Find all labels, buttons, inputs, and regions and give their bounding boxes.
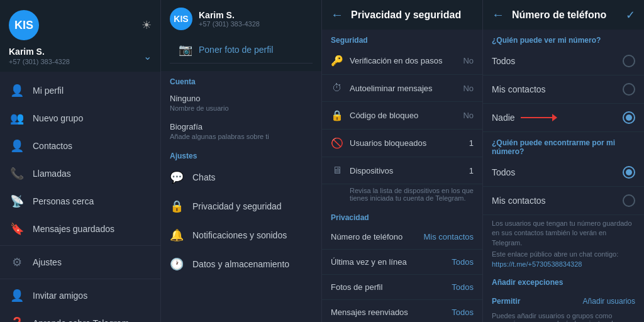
phone-privacy-name: Número de teléfono [331, 232, 402, 242]
bio-hint: Añade algunas palabras sobre ti [170, 133, 313, 140]
contacts-find-radio[interactable] [623, 194, 635, 207]
settings-item-privacy[interactable]: 🔒 Privacidad y seguridad [161, 192, 321, 221]
who-see-label: ¿Quién puede ver mi número? [483, 30, 644, 47]
todos-see-label: Todos [492, 56, 515, 66]
add-users-button[interactable]: Añadir usuarios [583, 297, 635, 306]
nadie-see-row[interactable]: Nadie [483, 104, 644, 132]
theme-toggle-icon[interactable]: ☀ [142, 18, 152, 32]
todos-see-row[interactable]: Todos [483, 47, 644, 75]
chats-label: Chats [192, 172, 216, 182]
main-menu-list: 👤 Mi perfil 👥 Nuevo grupo 👤 Contactos 📞 … [0, 72, 160, 322]
lock-name: Código de bloqueo [350, 111, 418, 120]
back-button[interactable]: ← [331, 8, 343, 22]
set-profile-photo-button[interactable]: 📷 Poner foto de perfil [170, 36, 313, 64]
todos-find-row[interactable]: Todos [483, 158, 644, 187]
p1-user-phone: +57 (301) 383-4328 [9, 58, 70, 65]
sidebar-item-contacts[interactable]: 👤 Contactos [0, 132, 160, 160]
todos-find-radio[interactable] [623, 166, 635, 179]
sidebar-item-new-group[interactable]: 👥 Nuevo grupo [0, 104, 160, 132]
contacts-see-row[interactable]: Mis contactos [483, 75, 644, 104]
learn-icon: ❓ [10, 316, 24, 322]
auto-delete-value: No [463, 84, 474, 93]
username-row: Ninguno Nombre de usuario [161, 89, 321, 117]
calls-icon: 📞 [10, 167, 24, 180]
p2-avatar: KIS [170, 8, 192, 30]
todos-see-radio[interactable] [623, 55, 635, 67]
settings-item-notifications[interactable]: 🔔 Notificaciones y sonidos [161, 221, 321, 250]
photos-left: Fotos de perfil [331, 282, 382, 292]
p1-user-info: Karim S. +57 (301) 383-4328 ⌄ [9, 47, 152, 65]
lock-icon: 🔒 [331, 109, 343, 121]
last-seen-name: Última vez y en línea [331, 257, 407, 267]
p4-header: ← Número de teléfono ✓ [483, 0, 644, 30]
sidebar-item-learn[interactable]: ❓ Aprende sobre Telegram [0, 309, 160, 322]
phone-privacy-row[interactable]: Número de teléfono Mis contactos [322, 225, 482, 250]
photos-value: Todos [452, 282, 474, 292]
permit-row[interactable]: Permitir Añadir usuarios [483, 292, 644, 311]
two-step-left: 🔑 Verificación en dos pasos [331, 55, 442, 67]
nadie-see-label: Nadie [492, 113, 515, 123]
contacts-find-row[interactable]: Mis contactos [483, 187, 644, 215]
p3-header: ← Privacidad y seguridad [322, 0, 482, 30]
save-checkmark-button[interactable]: ✓ [626, 8, 635, 22]
blocked-row[interactable]: 🚫 Usuarios bloqueados 1 [322, 130, 482, 157]
sidebar-item-nearby[interactable]: 📡 Personas cerca [0, 187, 160, 215]
data-label: Datos y almacenamiento [192, 259, 289, 269]
who-find-label: ¿Quién puede encontrarme por mi número? [483, 132, 644, 158]
data-icon: 🕐 [170, 257, 184, 271]
profile-icon: 👤 [10, 84, 24, 97]
privacy-section-label: Privacidad [322, 207, 482, 225]
bio-value: Biografía [170, 122, 313, 131]
lock-row[interactable]: 🔒 Código de bloqueo No [322, 102, 482, 130]
panel-privacy-security: ← Privacidad y seguridad Seguridad 🔑 Ver… [322, 0, 483, 322]
sidebar-item-calls[interactable]: 📞 Llamadas [0, 160, 160, 187]
p2-user-details: Karim S. +57 (301) 383-4328 [192, 10, 260, 28]
sidebar-item-invite-label: Invitar amigos [33, 291, 87, 301]
sidebar-item-saved[interactable]: 🔖 Mensajes guardados [0, 215, 160, 243]
expand-accounts-icon[interactable]: ⌄ [143, 50, 152, 62]
new-group-icon: 👥 [10, 111, 24, 125]
nadie-see-radio[interactable] [623, 111, 635, 124]
devices-row[interactable]: 🖥 Dispositivos 1 [322, 157, 482, 184]
settings-item-data[interactable]: 🕐 Datos y almacenamiento [161, 250, 321, 279]
privacy-icon: 🔒 [170, 199, 184, 213]
two-step-row[interactable]: 🔑 Verificación en dos pasos No [322, 47, 482, 75]
p1-top-row: KIS ☀ [9, 10, 152, 40]
lock-left: 🔒 Código de bloqueo [331, 109, 418, 121]
sidebar-item-contacts-label: Contactos [33, 141, 72, 151]
sidebar-item-settings[interactable]: ⚙ Ajustes [0, 248, 160, 276]
devices-value: 1 [469, 166, 474, 175]
saved-icon: 🔖 [10, 222, 24, 236]
p4-back-button[interactable]: ← [492, 8, 504, 22]
sidebar-item-settings-label: Ajustes [33, 257, 62, 267]
photos-row[interactable]: Fotos de perfil Todos [322, 275, 482, 300]
todos-find-label: Todos [492, 167, 515, 177]
camera-icon: 📷 [179, 43, 192, 57]
menu-divider-2 [0, 279, 160, 279]
p2-user-row: KIS Karim S. +57 (301) 383-4328 [170, 8, 313, 30]
auto-delete-row[interactable]: ⏱ Autoeliminar mensajes No [322, 75, 482, 102]
username-value: Ninguno [170, 94, 313, 103]
todos-find-radio-inner [626, 169, 632, 175]
contacts-see-radio[interactable] [623, 83, 635, 96]
devices-icon: 🖥 [331, 165, 343, 176]
last-seen-row[interactable]: Última vez y en línea Todos [322, 250, 482, 275]
photo-btn-label: Poner foto de perfil [199, 45, 273, 55]
invite-icon: 👤 [10, 289, 24, 303]
auto-delete-name: Autoeliminar mensajes [350, 84, 433, 93]
photos-name: Fotos de perfil [331, 282, 382, 292]
notifications-icon: 🔔 [170, 228, 184, 242]
two-step-icon: 🔑 [331, 55, 343, 67]
sidebar-item-invite[interactable]: 👤 Invitar amigos [0, 282, 160, 309]
username-hint: Nombre de usuario [170, 104, 313, 112]
avatar: KIS [9, 10, 39, 40]
phone-privacy-left: Número de teléfono [331, 232, 402, 242]
forwarded-row[interactable]: Mensajes reenviados Todos [322, 300, 482, 322]
auto-delete-icon: ⏱ [331, 82, 343, 94]
nadie-radio-inner [626, 114, 632, 121]
sidebar-item-profile[interactable]: 👤 Mi perfil [0, 77, 160, 104]
forwarded-value: Todos [452, 308, 474, 317]
settings-item-chats[interactable]: 💬 Chats [161, 163, 321, 192]
public-link[interactable]: https://t.me/+5730538834328 [492, 260, 582, 268]
settings-section-label: Ajustes [161, 145, 321, 163]
